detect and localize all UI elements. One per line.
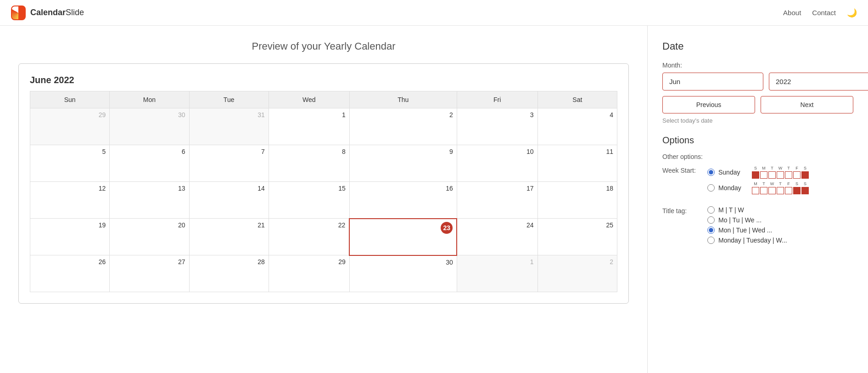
brand-light: Slide [66, 8, 84, 17]
calendar-cell-2-4[interactable]: 16 [349, 182, 457, 219]
other-options-label: Other options: [662, 153, 853, 160]
sunday-sq-0 [752, 171, 759, 179]
monday-radio[interactable] [707, 184, 715, 192]
title-tag-row-3: Monday | Tuesday | W... [707, 237, 787, 244]
monday-label: Monday [718, 184, 748, 192]
calendar-cell-4-3[interactable]: 29 [269, 255, 349, 292]
calendar-cell-0-2[interactable]: 31 [189, 108, 269, 145]
monday-sq-1 [760, 187, 767, 194]
calendar-container: June 2022 SunMonTueWedThuFriSat 29303112… [18, 63, 629, 304]
title-tag-option-label-3: Monday | Tuesday | W... [718, 237, 787, 244]
calendar-cell-0-0[interactable]: 29 [30, 108, 110, 145]
sunday-sq-6 [801, 171, 809, 179]
next-button[interactable]: Next [761, 96, 853, 113]
title-tag-radio-1[interactable] [707, 216, 715, 224]
monday-sq-3 [777, 187, 784, 194]
sunday-sq-2 [768, 171, 776, 179]
calendar-cell-1-0[interactable]: 5 [30, 145, 110, 182]
navbar-links: About Contact 🌙 [783, 8, 857, 18]
brand-bold: Calendar [30, 8, 66, 17]
calendar-cell-4-4[interactable]: 30 [349, 255, 457, 292]
brand: CalendarSlide [11, 6, 84, 20]
title-tag-row-1: Mo | Tu | We ... [707, 216, 787, 224]
month-field-row: Month: [662, 62, 853, 90]
day-header-sat: Sat [538, 91, 617, 108]
calendar-cell-2-0[interactable]: 12 [30, 182, 110, 219]
preview-title: Preview of your Yearly Calendar [18, 40, 629, 52]
day-header-sun: Sun [30, 91, 110, 108]
monday-sq-2 [768, 187, 776, 194]
about-link[interactable]: About [783, 9, 801, 17]
options-title: Options [662, 135, 853, 146]
calendar-cell-2-2[interactable]: 14 [189, 182, 269, 219]
sunday-squares-group: SMTWTFS [752, 166, 809, 179]
calendar-cell-3-2[interactable]: 21 [189, 219, 269, 255]
week-start-options: Sunday SMTWTFS [707, 166, 809, 197]
title-tag-section: Title tag: M | T | WMo | Tu | We ...Mon … [662, 206, 853, 247]
today-badge: 23 [441, 222, 453, 234]
calendar-cell-1-6[interactable]: 11 [538, 145, 617, 182]
title-tag-radio-3[interactable] [707, 237, 715, 244]
sunday-radio[interactable] [707, 169, 715, 176]
calendar-cell-2-6[interactable]: 18 [538, 182, 617, 219]
month-row [662, 73, 853, 90]
sunday-row: Sunday SMTWTFS [707, 166, 809, 179]
calendar-cell-3-5[interactable]: 24 [457, 219, 538, 255]
calendar-cell-0-5[interactable]: 3 [457, 108, 538, 145]
title-tag-row-0: M | T | W [707, 206, 787, 214]
year-input[interactable] [769, 73, 868, 90]
title-tag-radio-0[interactable] [707, 206, 715, 214]
calendar-cell-2-3[interactable]: 15 [269, 182, 349, 219]
calendar-cell-3-4[interactable]: 23 [349, 219, 457, 255]
title-tag-radio-2[interactable] [707, 226, 715, 234]
right-panel: Date Month: Previous Next Select today's… [648, 26, 868, 373]
monday-squares-group: MTWTFSS [752, 181, 809, 194]
title-tag-option-label-1: Mo | Tu | We ... [718, 216, 762, 224]
day-header-thu: Thu [349, 91, 457, 108]
brand-icon [11, 6, 26, 20]
month-input[interactable] [662, 73, 763, 90]
day-header-wed: Wed [269, 91, 349, 108]
sunday-sq-1 [760, 171, 767, 179]
calendar-cell-3-6[interactable]: 25 [538, 219, 617, 255]
day-header-fri: Fri [457, 91, 538, 108]
sunday-sq-4 [785, 171, 792, 179]
title-tag-options: M | T | WMo | Tu | We ...Mon | Tue | Wed… [707, 206, 787, 247]
calendar-cell-1-2[interactable]: 7 [189, 145, 269, 182]
calendar-cell-2-1[interactable]: 13 [110, 182, 189, 219]
sunday-label: Sunday [718, 169, 748, 176]
week-start-section: Week Start: Sunday SMTWTFS [662, 166, 853, 197]
calendar-cell-4-1[interactable]: 27 [110, 255, 189, 292]
calendar-cell-0-4[interactable]: 2 [349, 108, 457, 145]
calendar-cell-3-1[interactable]: 20 [110, 219, 189, 255]
title-tag-option-label-0: M | T | W [718, 206, 744, 214]
calendar-grid: SunMonTueWedThuFriSat 293031123456789101… [30, 91, 617, 292]
calendar-cell-0-3[interactable]: 1 [269, 108, 349, 145]
previous-button[interactable]: Previous [662, 96, 755, 113]
calendar-cell-1-3[interactable]: 8 [269, 145, 349, 182]
monday-sq-5 [793, 187, 801, 194]
monday-row: Monday MTWTFSS [707, 181, 809, 194]
monday-sq-0 [752, 187, 759, 194]
calendar-cell-1-4[interactable]: 9 [349, 145, 457, 182]
calendar-cell-2-5[interactable]: 17 [457, 182, 538, 219]
brand-text: CalendarSlide [30, 8, 84, 17]
monday-sq-6 [801, 187, 809, 194]
calendar-cell-3-3[interactable]: 22 [269, 219, 349, 255]
title-tag-option-label-2: Mon | Tue | Wed ... [718, 226, 773, 234]
dark-mode-toggle[interactable]: 🌙 [847, 8, 857, 18]
calendar-cell-4-2[interactable]: 28 [189, 255, 269, 292]
contact-link[interactable]: Contact [812, 9, 836, 17]
calendar-cell-4-6[interactable]: 2 [538, 255, 617, 292]
calendar-cell-1-5[interactable]: 10 [457, 145, 538, 182]
title-tag-label: Title tag: [662, 206, 704, 215]
calendar-cell-0-1[interactable]: 30 [110, 108, 189, 145]
sunday-sq-5 [793, 171, 801, 179]
calendar-cell-4-0[interactable]: 26 [30, 255, 110, 292]
select-today-hint: Select today's date [662, 117, 853, 124]
date-section-title: Date [662, 40, 853, 52]
calendar-cell-1-1[interactable]: 6 [110, 145, 189, 182]
calendar-cell-4-5[interactable]: 1 [457, 255, 538, 292]
calendar-cell-0-6[interactable]: 4 [538, 108, 617, 145]
calendar-cell-3-0[interactable]: 19 [30, 219, 110, 255]
